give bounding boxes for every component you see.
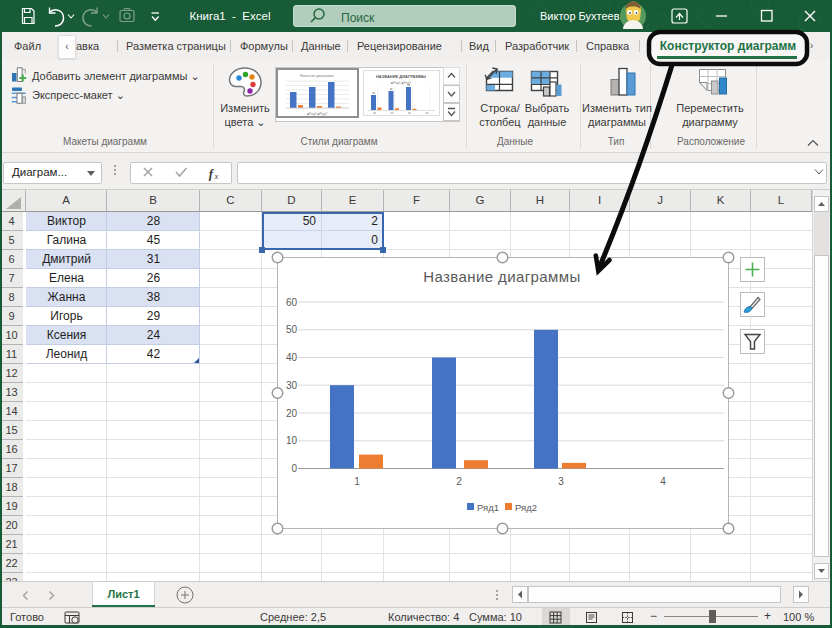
svg-text:1: 1	[354, 476, 360, 487]
svg-text:Название диаграммы: Название диаграммы	[423, 268, 580, 285]
svg-text:Ряд1: Ряд1	[477, 502, 499, 513]
svg-text:40: 40	[286, 352, 298, 363]
svg-text:30: 30	[286, 380, 298, 391]
svg-text:10: 10	[286, 435, 298, 446]
svg-text:2: 2	[456, 476, 462, 487]
svg-text:60: 60	[286, 297, 298, 308]
svg-text:4: 4	[660, 476, 666, 487]
svg-text:0: 0	[291, 463, 297, 474]
svg-text:Ряд2: Ряд2	[515, 502, 537, 513]
svg-text:НАЗВАНИЕ ДИАГРАММЫ: НАЗВАНИЕ ДИАГРАММЫ	[376, 74, 426, 79]
svg-text:20: 20	[286, 408, 298, 419]
svg-text:50: 50	[286, 324, 298, 335]
svg-text:■Ряд1 ■Ряд2: ■Ряд1 ■Ряд2	[307, 112, 327, 116]
svg-text:■Ряд1 ■Ряд2: ■Ряд1 ■Ряд2	[391, 81, 411, 85]
svg-text:x: x	[214, 171, 219, 181]
svg-text:Название диаграммы: Название диаграммы	[300, 74, 335, 78]
svg-text:3: 3	[558, 476, 564, 487]
